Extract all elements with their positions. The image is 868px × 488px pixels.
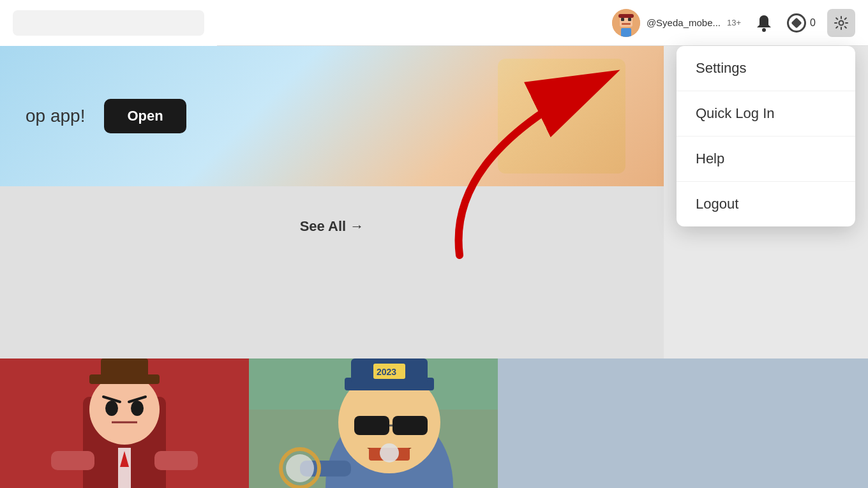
dropdown-item-quick-log-in[interactable]: Quick Log In [677,91,855,137]
svg-point-11 [89,374,160,445]
username-label: @Syeda_mobe... [647,17,721,28]
dropdown-item-settings[interactable]: Settings [677,46,855,91]
see-all-row: See All → [0,205,664,248]
age-badge: 13+ [727,18,741,27]
see-all-link[interactable]: See All → [300,218,364,235]
avatar [612,9,640,37]
svg-rect-29 [354,416,389,435]
svg-rect-6 [621,28,631,37]
navbar-right: @Syeda_mobe... 13+ 0 [612,9,855,37]
svg-point-7 [762,28,766,32]
svg-rect-30 [393,416,428,435]
svg-rect-19 [51,451,94,470]
svg-point-15 [131,401,144,416]
svg-rect-2 [621,18,624,21]
navbar: @Syeda_mobe... 13+ 0 [0,0,868,46]
svg-rect-3 [628,18,631,21]
svg-point-14 [105,401,118,416]
promo-banner: op app! Open [0,46,664,186]
svg-point-36 [286,454,314,482]
robux-inner-shape [791,17,802,28]
settings-gear-button[interactable] [827,9,855,37]
robux-count: 0 [810,17,816,29]
open-button[interactable]: Open [104,99,186,133]
user-info: @Syeda_mobe... 13+ [612,9,741,37]
svg-rect-20 [154,451,198,470]
svg-point-33 [380,443,399,462]
game-thumbnail-1[interactable] [0,359,249,488]
svg-rect-4 [622,23,631,25]
svg-rect-5 [618,14,634,18]
robux-area: 0 [787,13,816,33]
svg-rect-13 [101,359,148,383]
banner-text: op app! [26,106,85,126]
svg-text:2023: 2023 [377,367,396,377]
notifications-button[interactable] [752,11,775,34]
dropdown-item-help[interactable]: Help [677,137,855,182]
dropdown-menu: Settings Quick Log In Help Logout [677,46,855,226]
search-input[interactable] [13,10,204,36]
game-thumbnail-2[interactable]: 2023 [249,359,498,488]
dropdown-item-logout[interactable]: Logout [677,182,855,226]
navbar-left [0,0,217,46]
robux-icon [787,13,806,33]
thumbnails-row: 2023 [0,359,868,488]
banner-decoration [498,59,625,174]
game-thumbnail-3[interactable] [498,359,868,488]
svg-point-8 [839,20,844,25]
